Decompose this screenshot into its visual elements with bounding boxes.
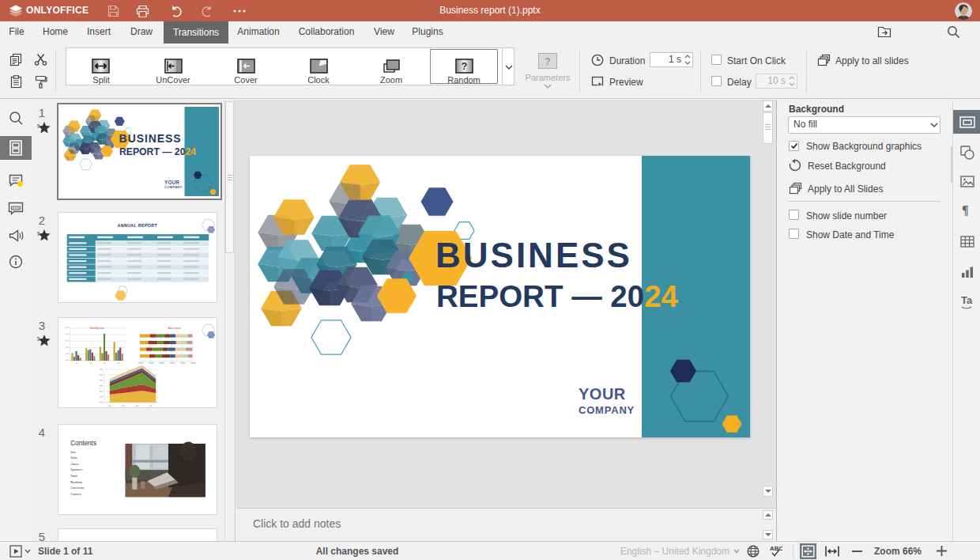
svg-text:ABC: ABC [770, 545, 782, 552]
svg-text:?: ? [545, 56, 550, 67]
svg-text:Ta: Ta [961, 294, 973, 306]
